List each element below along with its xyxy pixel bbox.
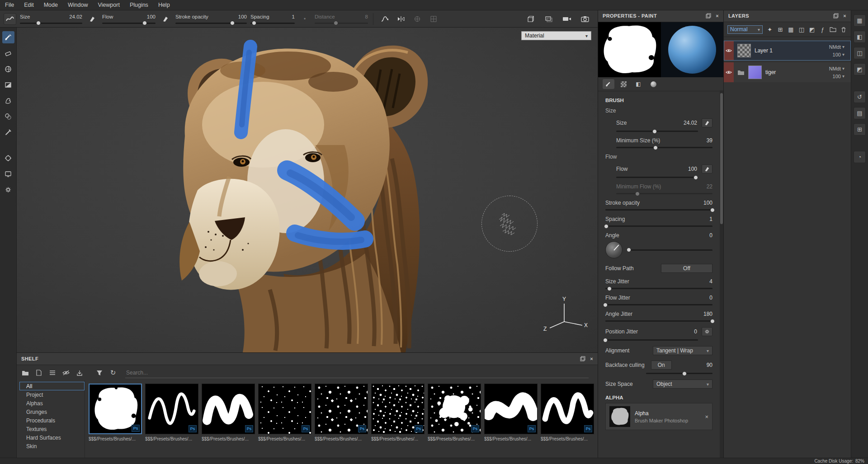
slider-handle[interactable] (693, 175, 698, 180)
layer-row[interactable]: tiger NMdt▾ 100▾ (724, 62, 851, 82)
menu-viewport[interactable]: Viewport (93, 2, 124, 8)
layer-name[interactable]: Layer 1 (755, 47, 773, 54)
follow-path-toggle[interactable]: Off (661, 264, 712, 273)
alpha-resource-card[interactable]: Alpha Brush Maker Photoshop × (605, 403, 712, 430)
flow-value[interactable]: 100 (147, 14, 156, 19)
category-all[interactable]: All (19, 382, 85, 390)
filter-icon[interactable] (94, 368, 104, 377)
stroke-opacity-value[interactable]: 100 (703, 200, 712, 206)
hide-labels-icon[interactable] (61, 368, 71, 377)
angle-dial[interactable] (605, 241, 623, 258)
close-icon[interactable]: × (590, 356, 593, 361)
slider-handle[interactable] (604, 224, 609, 229)
texture-list-icon[interactable]: ⊞ (854, 123, 866, 136)
add-effect-icon[interactable]: ✦ (766, 25, 773, 34)
resources-icon[interactable] (2, 152, 14, 164)
dock-icon[interactable] (706, 13, 711, 19)
brush-item[interactable]: Ps $$$/Presets/Brushes/... (371, 384, 425, 458)
slider-handle[interactable] (36, 21, 41, 25)
size-slider[interactable] (616, 131, 698, 132)
tab-material[interactable] (647, 79, 659, 89)
menu-plugins[interactable]: Plugins (125, 2, 153, 8)
menu-file[interactable]: File (0, 2, 19, 8)
symmetry-icon[interactable] (395, 13, 407, 25)
clone-tool[interactable] (2, 110, 14, 122)
close-icon[interactable]: × (843, 13, 846, 19)
size-slider[interactable] (20, 23, 82, 24)
folder-icon[interactable] (20, 368, 30, 377)
add-smart-material-icon[interactable]: ◩ (809, 25, 816, 34)
flow-jitter-value[interactable]: 0 (709, 295, 712, 301)
remove-alpha-icon[interactable]: × (705, 413, 708, 420)
brush-item[interactable]: Ps $$$/Presets/Brushes/... (202, 384, 255, 458)
display-settings-tool-icon[interactable] (2, 168, 14, 180)
backface-culling-slider[interactable] (646, 373, 712, 374)
shading-mode-dropdown[interactable]: Material ▾ (521, 31, 591, 40)
search-input[interactable] (125, 368, 589, 378)
slider-handle[interactable] (230, 21, 235, 25)
size-pressure-toggle-icon[interactable] (702, 118, 712, 127)
category-textures[interactable]: Textures (19, 425, 85, 433)
layer-row[interactable]: Layer 1 NMdt▾ 100▾ (724, 41, 851, 61)
dock-icon[interactable] (833, 13, 839, 19)
display-settings-icon[interactable]: ◫ (854, 47, 866, 59)
plugin-settings-icon[interactable] (2, 183, 14, 196)
size-jitter-value[interactable]: 4 (709, 278, 712, 285)
tab-brush[interactable] (603, 79, 614, 89)
size-value[interactable]: 24.02 (684, 120, 697, 126)
minimum-size-value[interactable]: 39 (707, 137, 712, 144)
layer-channels[interactable]: NMdt (829, 44, 841, 50)
add-folder-icon[interactable] (830, 25, 836, 34)
slider-handle[interactable] (603, 338, 608, 342)
history-icon[interactable]: ↺ (854, 91, 866, 103)
brush-item[interactable]: Ps $$$/Presets/Brushes/... (145, 384, 198, 458)
stroke-opacity-slider[interactable] (605, 209, 712, 211)
smudge-tool[interactable] (2, 94, 14, 107)
layer-opacity[interactable]: 100 (833, 74, 841, 79)
flow-slider[interactable] (616, 177, 698, 178)
list-view-icon[interactable] (47, 368, 57, 377)
camera-video-icon[interactable] (561, 13, 573, 25)
slider-handle[interactable] (607, 286, 612, 291)
category-grunges[interactable]: Grunges (19, 408, 85, 416)
layer-thumbnail[interactable] (737, 44, 751, 57)
projection-tool[interactable] (2, 63, 14, 75)
camera-settings-icon[interactable]: ◩ (854, 63, 866, 75)
delete-layer-icon[interactable] (840, 25, 847, 34)
flow-jitter-slider[interactable] (605, 304, 712, 305)
menu-mode[interactable]: Mode (39, 2, 63, 8)
angle-jitter-slider[interactable] (605, 320, 712, 322)
slider-handle[interactable] (603, 303, 608, 307)
flow-value[interactable]: 100 (688, 166, 697, 172)
brush-item[interactable]: Ps $$$/Presets/Brushes/... (89, 384, 142, 458)
add-fill-layer-icon[interactable]: ▦ (788, 25, 794, 34)
refresh-icon[interactable]: ↻ (108, 368, 118, 377)
slider-handle[interactable] (142, 21, 147, 25)
slider-handle[interactable] (682, 371, 687, 376)
tab-stencil[interactable]: ◧ (632, 79, 644, 89)
slider-handle[interactable] (710, 319, 715, 323)
layer-thumbnail[interactable] (748, 66, 762, 79)
size-jitter-slider[interactable] (605, 288, 712, 289)
stroke-opacity-slider[interactable] (175, 23, 247, 24)
layer-opacity[interactable]: 100 (833, 52, 841, 57)
slider-handle[interactable] (627, 248, 631, 252)
layer-visibility-toggle[interactable] (724, 41, 734, 61)
menu-window[interactable]: Window (63, 2, 93, 8)
angle-value[interactable]: 0 (709, 232, 712, 239)
new-file-icon[interactable] (34, 368, 44, 377)
flow-slider[interactable] (102, 23, 156, 24)
brush-item[interactable]: Ps $$$/Presets/Brushes/... (258, 384, 311, 458)
slider-handle[interactable] (252, 21, 256, 25)
backface-culling-amount[interactable]: 90 (707, 362, 712, 368)
spacing-value[interactable]: 1 (709, 216, 712, 222)
category-skin[interactable]: Skin (19, 442, 85, 450)
viewport-3d[interactable]: Material ▾ Y X Z (17, 28, 598, 352)
alignment-dropdown[interactable]: Tangent | Wrap ▾ (653, 346, 712, 355)
add-mask-icon[interactable]: ◫ (798, 25, 805, 34)
size-pressure-toggle-icon[interactable] (86, 13, 99, 25)
angle-slider[interactable] (629, 249, 712, 251)
minimum-size-slider[interactable] (616, 147, 712, 148)
add-filter-icon[interactable]: ƒ (819, 25, 826, 34)
import-resources-icon[interactable] (75, 368, 85, 377)
